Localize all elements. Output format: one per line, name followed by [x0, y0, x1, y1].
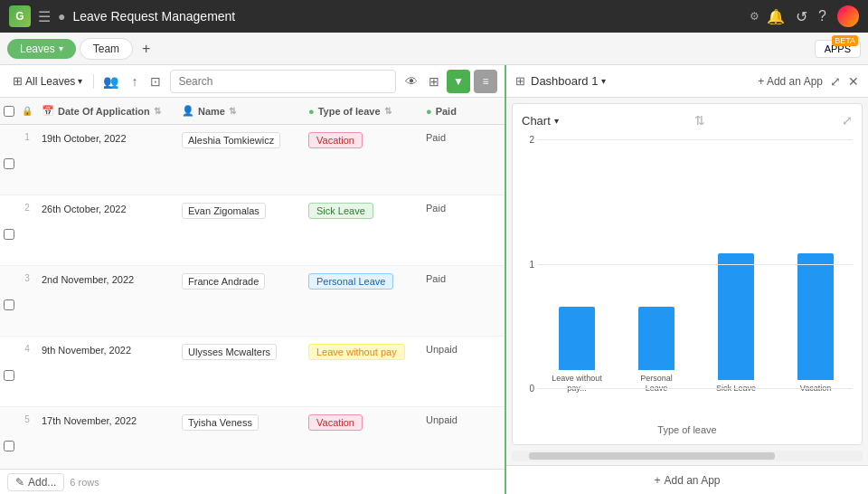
- row-checkbox[interactable]: [4, 158, 14, 169]
- chart-title-label: Chart: [522, 114, 551, 128]
- row-checkbox[interactable]: [4, 370, 14, 381]
- all-leaves-button[interactable]: ⊞ All Leaves ▾: [7, 72, 88, 90]
- dashboard-icon: ⊞: [515, 74, 525, 88]
- add-row-label: Add...: [28, 476, 56, 489]
- table-row[interactable]: 5 17th November, 2022 Tyisha Veness Vaca…: [0, 407, 505, 469]
- eye-icon[interactable]: 👁: [401, 72, 421, 90]
- table-row[interactable]: 3 2nd November, 2022 France Andrade Pers…: [0, 266, 505, 337]
- share-icon[interactable]: ↑: [127, 72, 141, 90]
- dashboard-title-button[interactable]: Dashboard 1 ▾: [531, 74, 606, 88]
- chart-sort-icon[interactable]: ⇅: [694, 113, 705, 128]
- header-check[interactable]: [0, 106, 18, 117]
- settings-icon[interactable]: ⚙: [750, 10, 760, 23]
- bottom-add-app-button[interactable]: + Add an App: [506, 465, 868, 494]
- bar-label: Leave without pay...: [550, 374, 604, 394]
- cell-name: Tyisha Veness: [176, 407, 303, 469]
- lock-icon: 🔒: [22, 106, 33, 116]
- tab-leaves[interactable]: Leaves ▾: [7, 39, 76, 59]
- select-all-checkbox[interactable]: [4, 106, 14, 117]
- name-sort-icon[interactable]: ⇅: [229, 106, 236, 116]
- cell-name: France Andrade: [176, 266, 303, 336]
- header-type[interactable]: ● Type of leave ⇅: [303, 98, 420, 124]
- cell-type: Leave without pay: [303, 337, 420, 406]
- add-tab-button[interactable]: +: [137, 39, 156, 59]
- header-name[interactable]: 👤 Name ⇅: [176, 98, 303, 124]
- cell-date: 17th November, 2022: [36, 407, 176, 469]
- row-check[interactable]: [0, 407, 18, 469]
- row-checkbox[interactable]: [4, 299, 14, 310]
- bar-group: Vacation: [778, 253, 853, 394]
- tab-dropdown-icon[interactable]: ▾: [59, 43, 63, 53]
- type-badge: Sick Leave: [308, 203, 373, 219]
- row-check[interactable]: [0, 337, 18, 406]
- search-input[interactable]: [170, 70, 396, 93]
- app-logo: G: [9, 5, 31, 27]
- row-checkbox[interactable]: [4, 229, 14, 240]
- type-badge: Vacation: [308, 132, 363, 148]
- name-badge: Tyisha Veness: [182, 414, 259, 431]
- bar-group: Leave without pay...: [540, 307, 614, 394]
- apps-button[interactable]: APPS BETA: [815, 40, 861, 58]
- name-badge: Aleshia Tomkiewicz: [182, 132, 280, 148]
- row-number: 4: [18, 337, 36, 406]
- paid-value: Unpaid: [426, 344, 458, 355]
- date-header-label: Date Of Application: [58, 106, 150, 117]
- row-check[interactable]: [0, 125, 18, 195]
- bar: [638, 307, 675, 370]
- chart-scrollbar[interactable]: [512, 451, 863, 461]
- toolbar-divider: [93, 74, 94, 89]
- cell-paid: Unpaid: [420, 337, 484, 406]
- add-app-button[interactable]: + Add an App: [758, 75, 823, 88]
- table-row[interactable]: 4 9th November, 2022 Ulysses Mcwalters L…: [0, 337, 505, 407]
- notification-icon[interactable]: 🔔: [767, 8, 785, 25]
- paid-value: Paid: [426, 203, 446, 214]
- close-icon[interactable]: ✕: [848, 74, 859, 89]
- paid-value: Unpaid: [426, 414, 458, 425]
- table-container: 🔒 📅 Date Of Application ⇅ 👤 Name ⇅ ● Typ…: [0, 98, 505, 469]
- cell-date: 26th October, 2022: [36, 195, 176, 265]
- all-leaves-dropdown-icon[interactable]: ▾: [78, 76, 82, 86]
- tab-bar: Leaves ▾ Team + APPS BETA: [0, 33, 868, 65]
- cell-paid: Paid: [420, 125, 484, 195]
- scrollbar-thumb[interactable]: [529, 452, 775, 460]
- dashboard-title-label: Dashboard 1: [531, 74, 598, 88]
- row-check[interactable]: [0, 266, 18, 336]
- pencil-icon: ✎: [15, 476, 24, 489]
- filter-button[interactable]: ▼: [447, 70, 470, 93]
- cell-name: Aleshia Tomkiewicz: [176, 125, 303, 195]
- row-check[interactable]: [0, 195, 18, 265]
- type-sort-icon[interactable]: ⇅: [384, 106, 392, 116]
- columns-icon[interactable]: ⊞: [425, 72, 443, 90]
- help-icon[interactable]: ?: [818, 8, 826, 24]
- bar-group: Sick Leave: [699, 253, 773, 394]
- table-row[interactable]: 1 19th October, 2022 Aleshia Tomkiewicz …: [0, 125, 505, 195]
- grid-button[interactable]: ≡: [474, 70, 497, 93]
- toolbar-right: 👁 ⊞ ▼ ≡: [401, 70, 497, 93]
- avatar[interactable]: [837, 5, 859, 27]
- filter-table-icon[interactable]: ⊡: [146, 72, 165, 90]
- chart-expand-icon[interactable]: ⤢: [842, 113, 853, 128]
- type-badge: Leave without pay: [308, 344, 405, 360]
- chart-title-button[interactable]: Chart ▾: [522, 114, 559, 128]
- chart-dropdown-icon[interactable]: ▾: [554, 116, 559, 126]
- table-row[interactable]: 2 26th October, 2022 Evan Zigomalas Sick…: [0, 195, 505, 266]
- tab-team-label: Team: [93, 43, 119, 55]
- cell-paid: Paid: [420, 195, 484, 265]
- header-date[interactable]: 📅 Date Of Application ⇅: [36, 98, 176, 124]
- menu-icon[interactable]: ☰: [38, 8, 51, 25]
- cell-type: Vacation: [303, 125, 420, 195]
- add-row-button[interactable]: ✎ Add...: [7, 473, 64, 491]
- dashboard-dropdown-icon[interactable]: ▾: [601, 76, 606, 86]
- app-icon: ●: [58, 9, 65, 24]
- date-sort-icon[interactable]: ⇅: [154, 106, 161, 116]
- header-paid[interactable]: ● Paid: [420, 98, 484, 124]
- expand-icon[interactable]: ⤢: [830, 74, 841, 89]
- tab-team[interactable]: Team: [80, 38, 133, 60]
- row-number: 5: [18, 407, 36, 469]
- history-icon[interactable]: ↺: [796, 8, 807, 25]
- table-header: 🔒 📅 Date Of Application ⇅ 👤 Name ⇅ ● Typ…: [0, 98, 505, 125]
- group-icon[interactable]: 👥: [99, 72, 122, 90]
- type-icon: ●: [308, 106, 315, 117]
- bar: [797, 253, 834, 380]
- row-checkbox[interactable]: [4, 441, 14, 451]
